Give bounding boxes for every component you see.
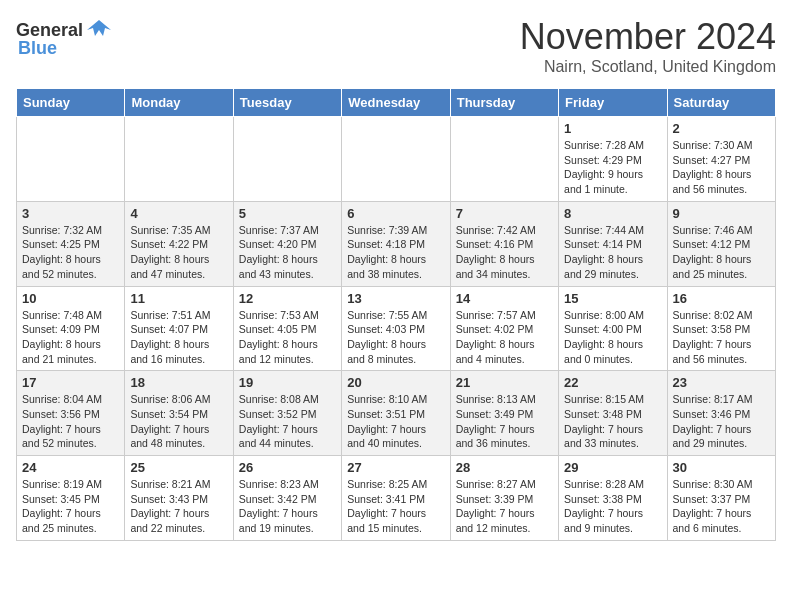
calendar-cell — [17, 117, 125, 202]
cell-info: Sunrise: 7:55 AMSunset: 4:03 PMDaylight:… — [347, 308, 444, 367]
calendar-cell — [450, 117, 558, 202]
page-header: General Blue November 2024 Nairn, Scotla… — [16, 16, 776, 76]
day-number: 29 — [564, 460, 661, 475]
day-number: 10 — [22, 291, 119, 306]
day-number: 20 — [347, 375, 444, 390]
logo: General Blue — [16, 16, 113, 59]
calendar-cell: 3Sunrise: 7:32 AMSunset: 4:25 PMDaylight… — [17, 201, 125, 286]
column-header-monday: Monday — [125, 89, 233, 117]
day-number: 21 — [456, 375, 553, 390]
cell-info: Sunrise: 7:53 AMSunset: 4:05 PMDaylight:… — [239, 308, 336, 367]
cell-info: Sunrise: 8:23 AMSunset: 3:42 PMDaylight:… — [239, 477, 336, 536]
day-number: 24 — [22, 460, 119, 475]
calendar-cell: 13Sunrise: 7:55 AMSunset: 4:03 PMDayligh… — [342, 286, 450, 371]
calendar-cell: 16Sunrise: 8:02 AMSunset: 3:58 PMDayligh… — [667, 286, 775, 371]
cell-info: Sunrise: 7:51 AMSunset: 4:07 PMDaylight:… — [130, 308, 227, 367]
calendar-cell: 8Sunrise: 7:44 AMSunset: 4:14 PMDaylight… — [559, 201, 667, 286]
day-number: 5 — [239, 206, 336, 221]
calendar-cell — [125, 117, 233, 202]
day-number: 16 — [673, 291, 770, 306]
day-number: 11 — [130, 291, 227, 306]
cell-info: Sunrise: 8:02 AMSunset: 3:58 PMDaylight:… — [673, 308, 770, 367]
cell-info: Sunrise: 8:25 AMSunset: 3:41 PMDaylight:… — [347, 477, 444, 536]
calendar-cell: 14Sunrise: 7:57 AMSunset: 4:02 PMDayligh… — [450, 286, 558, 371]
cell-info: Sunrise: 8:21 AMSunset: 3:43 PMDaylight:… — [130, 477, 227, 536]
day-number: 22 — [564, 375, 661, 390]
cell-info: Sunrise: 8:28 AMSunset: 3:38 PMDaylight:… — [564, 477, 661, 536]
day-number: 8 — [564, 206, 661, 221]
calendar-cell: 27Sunrise: 8:25 AMSunset: 3:41 PMDayligh… — [342, 456, 450, 541]
day-number: 23 — [673, 375, 770, 390]
day-number: 3 — [22, 206, 119, 221]
calendar-cell: 6Sunrise: 7:39 AMSunset: 4:18 PMDaylight… — [342, 201, 450, 286]
cell-info: Sunrise: 8:06 AMSunset: 3:54 PMDaylight:… — [130, 392, 227, 451]
calendar-cell: 10Sunrise: 7:48 AMSunset: 4:09 PMDayligh… — [17, 286, 125, 371]
calendar-week-row: 24Sunrise: 8:19 AMSunset: 3:45 PMDayligh… — [17, 456, 776, 541]
cell-info: Sunrise: 7:57 AMSunset: 4:02 PMDaylight:… — [456, 308, 553, 367]
column-header-wednesday: Wednesday — [342, 89, 450, 117]
cell-info: Sunrise: 7:44 AMSunset: 4:14 PMDaylight:… — [564, 223, 661, 282]
calendar-header-row: SundayMondayTuesdayWednesdayThursdayFrid… — [17, 89, 776, 117]
calendar-cell: 15Sunrise: 8:00 AMSunset: 4:00 PMDayligh… — [559, 286, 667, 371]
calendar-cell: 28Sunrise: 8:27 AMSunset: 3:39 PMDayligh… — [450, 456, 558, 541]
logo-bird-icon — [85, 16, 113, 44]
cell-info: Sunrise: 8:00 AMSunset: 4:00 PMDaylight:… — [564, 308, 661, 367]
calendar-cell: 21Sunrise: 8:13 AMSunset: 3:49 PMDayligh… — [450, 371, 558, 456]
calendar-cell — [233, 117, 341, 202]
cell-info: Sunrise: 7:30 AMSunset: 4:27 PMDaylight:… — [673, 138, 770, 197]
cell-info: Sunrise: 8:08 AMSunset: 3:52 PMDaylight:… — [239, 392, 336, 451]
calendar-table: SundayMondayTuesdayWednesdayThursdayFrid… — [16, 88, 776, 541]
calendar-cell: 5Sunrise: 7:37 AMSunset: 4:20 PMDaylight… — [233, 201, 341, 286]
cell-info: Sunrise: 8:27 AMSunset: 3:39 PMDaylight:… — [456, 477, 553, 536]
cell-info: Sunrise: 7:28 AMSunset: 4:29 PMDaylight:… — [564, 138, 661, 197]
day-number: 4 — [130, 206, 227, 221]
calendar-cell: 12Sunrise: 7:53 AMSunset: 4:05 PMDayligh… — [233, 286, 341, 371]
calendar-cell: 18Sunrise: 8:06 AMSunset: 3:54 PMDayligh… — [125, 371, 233, 456]
column-header-saturday: Saturday — [667, 89, 775, 117]
calendar-cell: 1Sunrise: 7:28 AMSunset: 4:29 PMDaylight… — [559, 117, 667, 202]
day-number: 18 — [130, 375, 227, 390]
title-block: November 2024 Nairn, Scotland, United Ki… — [520, 16, 776, 76]
logo-text-blue: Blue — [18, 38, 57, 59]
calendar-cell: 17Sunrise: 8:04 AMSunset: 3:56 PMDayligh… — [17, 371, 125, 456]
day-number: 12 — [239, 291, 336, 306]
column-header-tuesday: Tuesday — [233, 89, 341, 117]
day-number: 15 — [564, 291, 661, 306]
calendar-week-row: 1Sunrise: 7:28 AMSunset: 4:29 PMDaylight… — [17, 117, 776, 202]
cell-info: Sunrise: 8:13 AMSunset: 3:49 PMDaylight:… — [456, 392, 553, 451]
calendar-cell: 9Sunrise: 7:46 AMSunset: 4:12 PMDaylight… — [667, 201, 775, 286]
svg-marker-0 — [87, 20, 111, 36]
cell-info: Sunrise: 8:19 AMSunset: 3:45 PMDaylight:… — [22, 477, 119, 536]
day-number: 9 — [673, 206, 770, 221]
month-title: November 2024 — [520, 16, 776, 58]
cell-info: Sunrise: 7:37 AMSunset: 4:20 PMDaylight:… — [239, 223, 336, 282]
day-number: 6 — [347, 206, 444, 221]
day-number: 27 — [347, 460, 444, 475]
cell-info: Sunrise: 7:48 AMSunset: 4:09 PMDaylight:… — [22, 308, 119, 367]
calendar-cell: 25Sunrise: 8:21 AMSunset: 3:43 PMDayligh… — [125, 456, 233, 541]
day-number: 25 — [130, 460, 227, 475]
cell-info: Sunrise: 8:15 AMSunset: 3:48 PMDaylight:… — [564, 392, 661, 451]
calendar-cell: 20Sunrise: 8:10 AMSunset: 3:51 PMDayligh… — [342, 371, 450, 456]
cell-info: Sunrise: 7:46 AMSunset: 4:12 PMDaylight:… — [673, 223, 770, 282]
day-number: 14 — [456, 291, 553, 306]
calendar-cell: 19Sunrise: 8:08 AMSunset: 3:52 PMDayligh… — [233, 371, 341, 456]
cell-info: Sunrise: 8:17 AMSunset: 3:46 PMDaylight:… — [673, 392, 770, 451]
calendar-week-row: 17Sunrise: 8:04 AMSunset: 3:56 PMDayligh… — [17, 371, 776, 456]
cell-info: Sunrise: 8:10 AMSunset: 3:51 PMDaylight:… — [347, 392, 444, 451]
calendar-week-row: 10Sunrise: 7:48 AMSunset: 4:09 PMDayligh… — [17, 286, 776, 371]
cell-info: Sunrise: 7:39 AMSunset: 4:18 PMDaylight:… — [347, 223, 444, 282]
calendar-cell — [342, 117, 450, 202]
cell-info: Sunrise: 8:30 AMSunset: 3:37 PMDaylight:… — [673, 477, 770, 536]
cell-info: Sunrise: 7:32 AMSunset: 4:25 PMDaylight:… — [22, 223, 119, 282]
day-number: 26 — [239, 460, 336, 475]
day-number: 2 — [673, 121, 770, 136]
calendar-cell: 7Sunrise: 7:42 AMSunset: 4:16 PMDaylight… — [450, 201, 558, 286]
day-number: 17 — [22, 375, 119, 390]
day-number: 7 — [456, 206, 553, 221]
day-number: 1 — [564, 121, 661, 136]
calendar-cell: 29Sunrise: 8:28 AMSunset: 3:38 PMDayligh… — [559, 456, 667, 541]
calendar-cell: 23Sunrise: 8:17 AMSunset: 3:46 PMDayligh… — [667, 371, 775, 456]
day-number: 30 — [673, 460, 770, 475]
cell-info: Sunrise: 7:35 AMSunset: 4:22 PMDaylight:… — [130, 223, 227, 282]
